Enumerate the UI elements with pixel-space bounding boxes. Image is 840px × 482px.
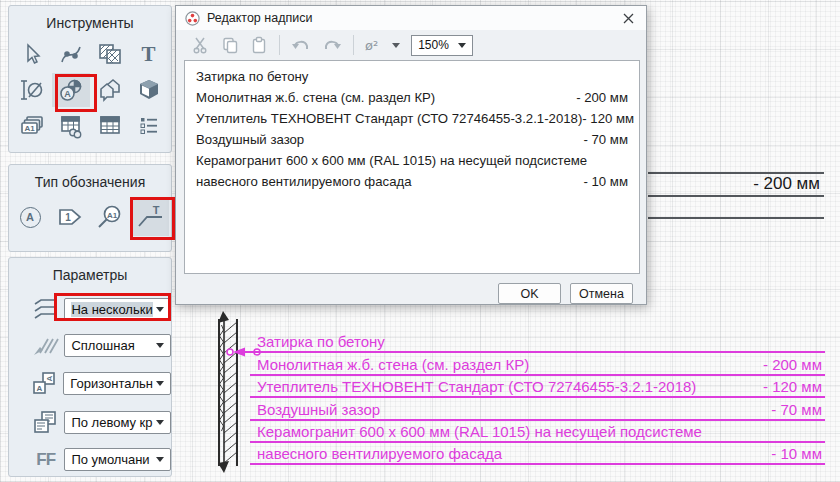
chevron-down-icon — [156, 457, 164, 462]
table-icon — [97, 113, 123, 139]
close-button[interactable] — [619, 9, 637, 27]
toolbar-separator — [353, 35, 354, 55]
designation-mark-button[interactable]: 1 — [51, 198, 89, 236]
copy-icon — [221, 36, 239, 54]
multiline-leader-icon — [27, 297, 64, 321]
cursor-icon — [20, 42, 44, 66]
dialog-toolbar: ø² 150% — [176, 30, 646, 60]
text-tool-button[interactable]: T — [130, 37, 168, 71]
leader-annotation[interactable]: Затирка по бетону Монолитная ж.б. стена … — [250, 331, 825, 465]
linked-table-tool-button[interactable] — [52, 109, 90, 143]
annotation-row[interactable]: Воздушный зазор - 70 мм — [250, 398, 825, 420]
chevron-down-icon — [156, 307, 164, 312]
hatch-tool-button[interactable] — [91, 37, 129, 71]
undo-button[interactable] — [291, 37, 311, 53]
toolbar-separator — [279, 35, 280, 55]
label-text-line: Затирка по бетону — [196, 66, 628, 87]
spline-icon — [59, 42, 83, 66]
svg-text:A: A — [45, 375, 54, 381]
text-tool-icon: T — [141, 44, 155, 65]
redo-icon — [322, 37, 342, 53]
annotation-row[interactable]: Керамогранит 600 х 600 мм (RAL 1015) на … — [250, 421, 825, 443]
annotation-text: Воздушный зазор — [257, 401, 380, 418]
designation-panel: Тип обозначения A 1 A1 — [8, 164, 172, 252]
curve-tool-button[interactable] — [52, 37, 90, 71]
house-callout-icon — [97, 77, 123, 103]
model-view-tool-button[interactable] — [130, 73, 168, 107]
annotation-row[interactable]: навесного вентилируемого фасада - 10 мм — [250, 443, 825, 465]
cancel-button[interactable]: Отмена — [570, 283, 633, 304]
label-line-value: - 10 мм — [583, 171, 628, 192]
label-line-value: - 70 мм — [583, 129, 628, 150]
label-text-line: Воздушный зазор - 70 мм — [196, 129, 628, 150]
chevron-down-icon — [156, 381, 164, 386]
sheets-icon: A1 — [19, 113, 45, 139]
scissors-icon — [192, 36, 210, 54]
annotation-value: - 120 мм — [763, 378, 822, 395]
insulation-squiggle — [220, 325, 224, 431]
svg-text:A: A — [64, 89, 71, 99]
label-line-text: навесного вентилируемого фасада — [196, 171, 412, 192]
ok-button[interactable]: OK — [498, 283, 561, 304]
designation-panel-title: Тип обозначения — [9, 165, 171, 190]
params-panel: Параметры На нескольки Сплошная — [8, 257, 172, 477]
chevron-down-icon — [156, 420, 164, 425]
sheet-tool-button[interactable]: A1 — [13, 109, 51, 143]
symbol-dropdown-arrow[interactable] — [392, 43, 400, 48]
annotation-text: Затирка по бетону — [257, 333, 385, 350]
cursor-tool-button[interactable] — [13, 37, 51, 71]
font-icon: FF — [27, 450, 64, 470]
dimension-tool-button[interactable] — [13, 73, 51, 107]
table-tool-button[interactable] — [91, 109, 129, 143]
svg-text:T: T — [153, 204, 160, 216]
paste-button[interactable] — [250, 36, 268, 54]
leader-mode-dropdown[interactable]: На нескольки — [64, 298, 171, 321]
redo-button[interactable] — [322, 37, 342, 53]
annotation-text: Монолитная ж.б. стена (см. раздел КР) — [257, 356, 529, 373]
label-line-value: - 200 мм — [576, 87, 628, 108]
marker-icon: A — [58, 77, 84, 103]
dimension-icon — [19, 77, 45, 103]
list-icon — [136, 113, 162, 139]
label-text-line: навесного вентилируемого фасада - 10 мм — [196, 171, 628, 192]
orientation-value: Горизонтальн — [70, 376, 153, 391]
svg-text:A1: A1 — [107, 211, 118, 220]
linetype-value: Сплошная — [71, 338, 134, 353]
app-logo-icon — [185, 11, 200, 26]
annotation-value: - 200 мм — [763, 356, 822, 373]
marker-tool-button[interactable]: A — [52, 73, 90, 107]
annotation-text: Керамогранит 600 х 600 мм (RAL 1015) на … — [257, 423, 702, 440]
label-line-value: - 120 мм — [582, 108, 634, 129]
tools-panel-title: Инструменты — [9, 6, 171, 31]
params-panel-title: Параметры — [9, 258, 171, 283]
label-text-line: Монолитная ж.б. стена (см. раздел КР) - … — [196, 87, 628, 108]
label-text-editor[interactable]: Затирка по бетону Монолитная ж.б. стена … — [184, 60, 640, 274]
alignment-dropdown[interactable]: По левому кр — [64, 411, 171, 434]
zoom-value: 150% — [418, 38, 449, 52]
font-dropdown[interactable]: По умолчани — [64, 448, 171, 471]
copy-button[interactable] — [221, 36, 239, 54]
dialog-titlebar[interactable]: Редактор надписи — [176, 6, 646, 30]
linetype-dropdown[interactable]: Сплошная — [64, 334, 171, 357]
label-line-text: Воздушный зазор — [196, 129, 304, 150]
designation-leader-button[interactable]: T — [131, 198, 169, 236]
annotation-row[interactable]: Монолитная ж.б. стена (см. раздел КР) - … — [250, 353, 825, 375]
drawing-underline — [648, 195, 824, 197]
insert-symbol-button[interactable]: ø² — [365, 38, 378, 53]
label-line-text: Керамогранит 600 х 600 мм (RAL 1015) на … — [196, 150, 587, 171]
designation-node-button[interactable]: A1 — [91, 198, 129, 236]
cut-button[interactable] — [192, 36, 210, 54]
undo-icon — [291, 37, 311, 53]
designation-circle-button[interactable]: A — [11, 198, 49, 236]
circle-a-icon: A — [20, 207, 41, 228]
label-editor-dialog: Редактор надписи — [175, 5, 647, 305]
annotation-row[interactable]: Затирка по бетону — [250, 331, 825, 353]
annotation-row[interactable]: Утеплитель ТЕХНОВЕНТ Стандарт (СТО 72746… — [250, 376, 825, 398]
wall-section-drawing — [207, 311, 253, 473]
orientation-dropdown[interactable]: Горизонтальн — [63, 372, 171, 395]
assembly-tool-button[interactable] — [91, 73, 129, 107]
legend-tool-button[interactable] — [130, 109, 168, 143]
alignment-value: По левому кр — [71, 415, 152, 430]
annotation-text: Утеплитель ТЕХНОВЕНТ Стандарт (СТО 72746… — [257, 378, 696, 395]
zoom-select[interactable]: 150% — [411, 35, 473, 56]
